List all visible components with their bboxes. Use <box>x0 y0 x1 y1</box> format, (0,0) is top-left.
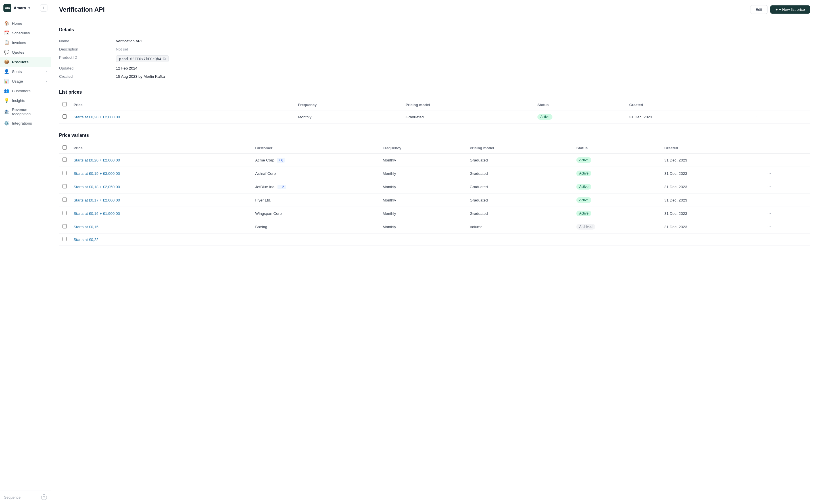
created-cell: 31 Dec, 2023 <box>661 154 762 167</box>
status-cell: Active <box>573 167 661 180</box>
table-row: Starts at £0,15 Boeing Monthly Volume Ar… <box>59 220 810 234</box>
more-options-button[interactable]: ··· <box>765 157 773 163</box>
help-button[interactable]: ? <box>41 494 47 500</box>
status-cell: Active <box>573 194 661 207</box>
variant-col-customer: Customer <box>252 142 379 154</box>
sidebar-item-home[interactable]: 🏠 Home <box>0 18 51 28</box>
product-id-value: prod_0SFE0x7kFCcQb4 ⧉ <box>116 53 810 64</box>
row-checkbox[interactable] <box>62 211 67 215</box>
row-checkbox[interactable] <box>62 237 67 241</box>
sidebar-item-products[interactable]: 📦 Products <box>0 57 51 67</box>
sidebar-nav: 🏠 Home 📅 Schedules 📋 Invoices 💬 Quotes 📦… <box>0 16 51 490</box>
status-badge: Active <box>576 157 591 163</box>
sidebar-item-usage[interactable]: 📊 Usage › <box>0 76 51 86</box>
sidebar-item-label: Home <box>12 21 22 26</box>
table-row: Starts at £0,22 — <box>59 234 810 246</box>
brand-name: Amara <box>14 6 26 10</box>
row-checkbox[interactable] <box>62 114 67 119</box>
price-cell[interactable]: Starts at £0,22 <box>70 234 252 246</box>
new-list-price-button[interactable]: + + New list price <box>770 5 810 14</box>
list-price-col-status: Status <box>534 99 626 110</box>
sidebar-item-insights[interactable]: 💡 Insights <box>0 96 51 105</box>
sidebar-item-label: Revenue recognition <box>12 108 47 116</box>
sidebar-item-label: Seats <box>12 70 22 74</box>
customer-cell: Wingspan Corp <box>252 207 379 220</box>
seats-icon: 👤 <box>4 69 9 74</box>
price-cell[interactable]: Starts at £0,20 + £2,000.00 <box>70 154 252 167</box>
more-options-button[interactable]: ··· <box>765 197 773 203</box>
price-cell[interactable]: Starts at £0,17 + £2,000.00 <box>70 194 252 207</box>
created-cell: 31 Dec, 2023 <box>661 194 762 207</box>
copy-icon[interactable]: ⧉ <box>163 56 165 61</box>
sidebar-item-revenue[interactable]: 🏦 Revenue recognition <box>0 105 51 118</box>
details-section: Details Name Verification API Descriptio… <box>59 27 810 81</box>
price-cell[interactable]: Starts at £0,19 + £3,000.00 <box>70 167 252 180</box>
row-checkbox[interactable] <box>62 198 67 202</box>
price-variants-table: Price Customer Frequency Pricing model S… <box>59 142 810 246</box>
created-cell: 31 Dec, 2023 <box>626 110 751 124</box>
name-value: Verification API <box>116 37 810 45</box>
row-checkbox[interactable] <box>62 171 67 175</box>
status-cell: Archived <box>573 220 661 234</box>
more-options-button[interactable]: ··· <box>765 170 773 177</box>
price-cell[interactable]: Starts at £0,20 + £2,000.00 <box>70 110 295 124</box>
pricing-model-cell: Graduated <box>466 167 573 180</box>
sidebar-item-integrations[interactable]: ⚙️ Integrations <box>0 118 51 128</box>
customer-extra-badge[interactable]: + 2 <box>278 185 286 189</box>
customer-cell: Flyer Ltd. <box>252 194 379 207</box>
product-id-label: Product ID <box>59 53 116 64</box>
pricing-model-cell: Graduated <box>466 207 573 220</box>
select-all-list-prices-checkbox[interactable] <box>62 102 67 106</box>
more-options-button[interactable]: ··· <box>765 210 773 217</box>
row-checkbox[interactable] <box>62 157 67 162</box>
footer-text: Sequence <box>4 495 21 499</box>
more-options-button[interactable]: ··· <box>754 114 762 120</box>
price-cell[interactable]: Starts at £0,16 + £1,900.00 <box>70 207 252 220</box>
pricing-model-cell: Volume <box>466 220 573 234</box>
add-workspace-button[interactable]: + <box>40 4 47 12</box>
home-icon: 🏠 <box>4 21 9 26</box>
description-value: Not set <box>116 45 810 53</box>
brand-button[interactable]: Am Amara ▾ <box>3 4 30 12</box>
product-id-badge: prod_0SFE0x7kFCcQb4 ⧉ <box>116 55 169 62</box>
invoices-icon: 📋 <box>4 40 9 45</box>
details-grid: Name Verification API Description Not se… <box>59 37 810 81</box>
description-label: Description <box>59 45 116 53</box>
created-cell: 31 Dec, 2023 <box>661 207 762 220</box>
row-checkbox[interactable] <box>62 224 67 228</box>
edit-button[interactable]: Edit <box>750 5 767 14</box>
sidebar-item-label: Usage <box>12 79 23 83</box>
price-cell[interactable]: Starts at £0,18 + £2,050.00 <box>70 180 252 194</box>
integrations-icon: ⚙️ <box>4 121 9 126</box>
more-options-button[interactable]: ··· <box>765 224 773 230</box>
sidebar-item-quotes[interactable]: 💬 Quotes <box>0 47 51 57</box>
sidebar-item-invoices[interactable]: 📋 Invoices <box>0 38 51 47</box>
customer-extra-badge[interactable]: + 6 <box>277 158 285 163</box>
sidebar-item-label: Invoices <box>12 41 26 45</box>
pricing-model-cell: Graduated <box>402 110 534 124</box>
revenue-icon: 🏦 <box>4 109 9 114</box>
row-checkbox[interactable] <box>62 184 67 188</box>
list-prices-table: Price Frequency Pricing model Status Cre… <box>59 99 810 124</box>
created-cell: 31 Dec, 2023 <box>661 167 762 180</box>
price-cell[interactable]: Starts at £0,15 <box>70 220 252 234</box>
select-all-variants-checkbox[interactable] <box>62 145 67 150</box>
status-cell <box>573 234 661 246</box>
variant-col-price: Price <box>70 142 252 154</box>
sidebar-item-seats[interactable]: 👤 Seats › <box>0 67 51 76</box>
updated-label: Updated <box>59 64 116 72</box>
sidebar-item-label: Integrations <box>12 121 32 125</box>
sidebar-item-schedules[interactable]: 📅 Schedules <box>0 28 51 38</box>
customer-cell: — <box>252 234 379 246</box>
sidebar-footer: Sequence ? <box>0 490 51 504</box>
chevron-right-icon: › <box>46 70 47 73</box>
sidebar-item-customers[interactable]: 👥 Customers <box>0 86 51 96</box>
details-section-title: Details <box>59 27 810 32</box>
table-row: Starts at £0,20 + £2,000.00 Monthly Grad… <box>59 110 810 124</box>
more-options-button[interactable]: ··· <box>765 184 773 190</box>
frequency-cell: Monthly <box>379 220 466 234</box>
customer-cell: JetBlue Inc. + 2 <box>252 180 379 194</box>
created-cell: 31 Dec, 2023 <box>661 220 762 234</box>
sidebar-item-label: Quotes <box>12 50 24 54</box>
table-row: Starts at £0,17 + £2,000.00 Flyer Ltd. M… <box>59 194 810 207</box>
